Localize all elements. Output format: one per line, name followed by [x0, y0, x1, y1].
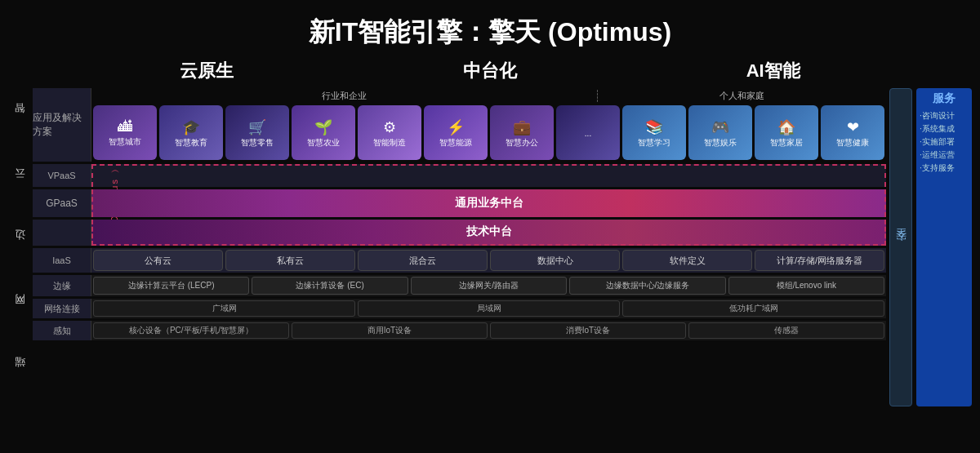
app-card-learning: 📚 智慧学习: [622, 105, 686, 160]
apps-icons-row: 🏙 智慧城市 🎓 智慧教育 🛒 智慧零售 🌱 智慧农业: [91, 104, 886, 162]
health-icon: ❤: [847, 118, 859, 136]
app-card-manufacturing: ⚙ 智能制造: [358, 105, 421, 160]
network-lan: 局域网: [358, 300, 620, 317]
app-card-entertainment: 🎮 智慧娱乐: [688, 105, 752, 160]
col-header-cloud: 云原生: [180, 59, 234, 83]
sense-sensors: 传感器: [688, 322, 884, 339]
personal-header: 个人和家庭: [598, 90, 886, 102]
apps-label: 应用及解决方案: [33, 88, 91, 162]
retail-icon: 🛒: [248, 118, 266, 136]
edge-label: 边缘: [33, 275, 91, 296]
more-label: ...: [585, 129, 591, 139]
app-card-agriculture: 🌱 智慧农业: [292, 105, 355, 160]
main-content: 应用及解决方案 行业和企业 个人和家庭 🏙 智慧城市 🎓 智慧教育: [33, 88, 886, 406]
service-column: 服务 ·咨询设计 ·系统集成 ·实施部署 ·运维运营 ·支持服务: [916, 88, 972, 406]
app-card-more: ...: [556, 105, 620, 160]
vpaas-row: VPaaS 擎天（Optimus）: [33, 164, 886, 187]
home-icon: 🏠: [777, 118, 795, 136]
office-label: 智慧办公: [506, 138, 538, 148]
industry-header: 行业和企业: [91, 90, 598, 102]
vpaas-label: VPaaS: [33, 164, 91, 187]
education-label: 智慧教育: [175, 138, 207, 148]
apps-sub-header: 行业和企业 个人和家庭: [91, 88, 886, 104]
iaas-public-cloud: 公有云: [93, 250, 223, 271]
agriculture-label: 智慧农业: [307, 138, 340, 148]
edge-lecp: 边缘计算云平台 (LECP): [93, 277, 249, 295]
left-label-network: 网: [12, 309, 27, 313]
iaas-row: IaaS 公有云 私有云 混合云 数据中心 软件定义 计算/存储/网络服务器: [33, 248, 886, 273]
sense-commercial-iot: 商用IoT设备: [292, 322, 488, 339]
home-label: 智慧家居: [770, 138, 803, 148]
network-wan: 广域网: [93, 300, 355, 317]
app-card-energy: ⚡ 智慧能源: [424, 105, 488, 160]
service-item-integration: ·系统集成: [920, 122, 969, 135]
network-lpwan: 低功耗广域网: [622, 300, 884, 317]
gpaas-label: GPaaS: [33, 189, 91, 217]
safety-column: 安全: [889, 88, 912, 406]
right-panel: 安全 服务 ·咨询设计 ·系统集成 ·实施部署 ·运维运营 ·支持服务: [889, 88, 972, 406]
edge-gateway: 边缘网关/路由器: [411, 277, 567, 295]
retail-label: 智慧零售: [241, 138, 274, 148]
city-icon: 🏙: [118, 118, 132, 135]
safety-label: 安全: [893, 244, 908, 251]
app-card-home: 🏠 智慧家居: [755, 105, 818, 160]
learning-label: 智慧学习: [638, 138, 670, 148]
sense-consumer-iot: 消费IoT设备: [490, 322, 686, 339]
service-items: ·咨询设计 ·系统集成 ·实施部署 ·运维运营 ·支持服务: [920, 109, 969, 175]
tech-platform-content: 技术中台: [91, 220, 886, 246]
service-item-deployment: ·实施部署: [920, 135, 969, 149]
left-label-terminal: 端: [12, 373, 27, 376]
app-card-retail: 🛒 智慧零售: [225, 105, 289, 160]
sense-content: 核心设备（PC/平板/手机/智慧屏） 商用IoT设备 消费IoT设备 传感器: [91, 321, 886, 340]
sense-core-devices: 核心设备（PC/平板/手机/智慧屏）: [93, 322, 289, 339]
agriculture-icon: 🌱: [314, 118, 332, 136]
iaas-private-cloud: 私有云: [225, 250, 355, 271]
health-label: 智慧健康: [836, 138, 869, 148]
energy-icon: ⚡: [447, 118, 465, 136]
iaas-datacenter: 数据中心: [490, 250, 620, 271]
app-card-city: 🏙 智慧城市: [93, 105, 157, 160]
iaas-compute: 计算/存储/网络服务器: [755, 250, 884, 271]
iaas-label: IaaS: [33, 248, 91, 273]
left-label-cloud: 云: [12, 182, 27, 185]
page-title: 新IT智能引擎：擎天 (Optimus): [0, 0, 980, 59]
entertainment-label: 智慧娱乐: [704, 138, 737, 148]
service-header: 服务: [920, 91, 969, 106]
left-label-smart: 智: [12, 118, 27, 122]
tech-label-spacer: [33, 220, 91, 246]
app-card-office: 💼 智慧办公: [490, 105, 554, 160]
network-row: 网络连接 广域网 局域网 低功耗广域网: [33, 299, 886, 318]
learning-icon: 📚: [645, 118, 663, 136]
left-labels: 智 云 边 网 端: [8, 88, 31, 406]
service-item-consulting: ·咨询设计: [920, 109, 969, 122]
education-icon: 🎓: [182, 118, 200, 136]
service-item-operations: ·运维运营: [920, 149, 969, 162]
iaas-content: 公有云 私有云 混合云 数据中心 软件定义 计算/存储/网络服务器: [91, 248, 886, 273]
gpaas-row: GPaaS 通用业务中台: [33, 189, 886, 217]
office-icon: 💼: [513, 118, 531, 136]
network-content: 广域网 局域网 低功耗广域网: [91, 299, 886, 318]
service-item-support: ·支持服务: [920, 162, 969, 175]
manufacturing-label: 智能制造: [373, 138, 406, 148]
iaas-hybrid-cloud: 混合云: [358, 250, 488, 271]
edge-content: 边缘计算云平台 (LECP) 边缘计算设备 (EC) 边缘网关/路由器 边缘数据…: [91, 275, 886, 296]
tech-platform-row: 技术中台: [33, 220, 886, 246]
edge-ec: 边缘计算设备 (EC): [252, 277, 408, 295]
gpaas-content: 通用业务中台: [91, 189, 886, 217]
col-header-middle: 中台化: [463, 59, 517, 83]
sense-row: 感知 核心设备（PC/平板/手机/智慧屏） 商用IoT设备 消费IoT设备 传感…: [33, 321, 886, 340]
energy-label: 智慧能源: [439, 138, 472, 148]
apps-row: 应用及解决方案 行业和企业 个人和家庭 🏙 智慧城市 🎓 智慧教育: [33, 88, 886, 162]
edge-row: 边缘 边缘计算云平台 (LECP) 边缘计算设备 (EC) 边缘网关/路由器 边…: [33, 275, 886, 296]
entertainment-icon: 🎮: [711, 118, 729, 136]
iaas-software-defined: 软件定义: [622, 250, 752, 271]
sense-label: 感知: [33, 321, 91, 340]
network-label: 网络连接: [33, 299, 91, 318]
app-card-health: ❤ 智慧健康: [821, 105, 884, 160]
apps-content: 行业和企业 个人和家庭 🏙 智慧城市 🎓 智慧教育 🛒 智慧零: [91, 88, 886, 162]
left-label-edge: 边: [12, 246, 27, 249]
city-label: 智慧城市: [109, 137, 141, 147]
edge-lenovo: 模组/Lenovo link: [728, 277, 884, 295]
edge-datacenter: 边缘数据中心/边缘服务: [569, 277, 725, 295]
manufacturing-icon: ⚙: [383, 118, 396, 136]
